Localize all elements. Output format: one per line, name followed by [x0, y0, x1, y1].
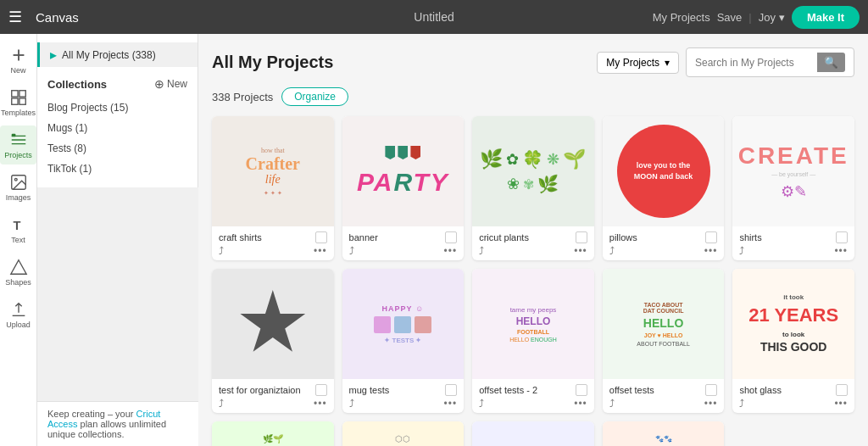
- project-info-pillows: pillows ⤴ •••: [603, 226, 725, 260]
- project-card-banner: PARTY banner ⤴ •••: [342, 116, 465, 260]
- share-icon[interactable]: ⤴: [609, 398, 615, 410]
- collection-blog-projects[interactable]: Blog Projects (15): [37, 98, 198, 118]
- project-info-offset-tests: offset tests ⤴ •••: [603, 379, 725, 413]
- search-button[interactable]: 🔍: [817, 53, 845, 72]
- topbar-right: My Projects Save | Joy ▾ Make It: [653, 6, 860, 29]
- svg-rect-3: [19, 91, 25, 97]
- project-checkbox[interactable]: [836, 384, 848, 396]
- partial-card-3: [472, 421, 594, 446]
- projects-grid-row2: test for organiztaion ⤴ ••• HAPPY ☺: [212, 269, 854, 413]
- my-projects-link[interactable]: My Projects: [653, 11, 710, 24]
- all-my-projects-item[interactable]: ▸ All My Projects (338): [37, 42, 198, 67]
- project-name: mug tests: [349, 385, 446, 395]
- project-checkbox[interactable]: [445, 231, 457, 243]
- thumbnail-mug-tests: HAPPY ☺ ✦ TESTS ✦: [342, 269, 465, 379]
- plus-icon: ⊕: [154, 77, 164, 91]
- project-info-banner: banner ⤴ •••: [342, 226, 465, 260]
- save-button[interactable]: Save: [717, 11, 743, 24]
- make-it-button[interactable]: Make It: [792, 6, 860, 29]
- sidebar-item-text[interactable]: T Text: [0, 210, 36, 249]
- projects-meta: 338 Projects Organize: [212, 87, 854, 106]
- project-checkbox[interactable]: [705, 231, 717, 243]
- thumbnail-shot-glass: it took 21 YEARS to look THIS GOOD: [732, 269, 854, 379]
- collections-header: Collections ⊕ New: [37, 74, 198, 98]
- share-icon[interactable]: ⤴: [479, 245, 484, 257]
- more-icon[interactable]: •••: [444, 398, 458, 410]
- collection-tests[interactable]: Tests (8): [37, 138, 198, 159]
- project-checkbox[interactable]: [576, 231, 587, 243]
- svg-rect-4: [11, 98, 17, 104]
- all-my-projects-label: All My Projects (338): [62, 49, 156, 61]
- organize-button[interactable]: Organize: [281, 87, 348, 106]
- more-icon[interactable]: •••: [314, 398, 327, 410]
- content-controls: My Projects ▾ 🔍: [597, 47, 854, 77]
- page-title: All My Projects: [212, 53, 333, 72]
- share-icon[interactable]: ⤴: [219, 245, 224, 257]
- svg-point-8: [14, 178, 17, 181]
- sidebar-item-projects[interactable]: Projects: [0, 125, 36, 164]
- collections-new-button[interactable]: ⊕ New: [154, 77, 187, 91]
- more-icon[interactable]: •••: [704, 398, 718, 410]
- project-card-shot-glass: it took 21 YEARS to look THIS GOOD shot …: [732, 269, 854, 413]
- more-icon[interactable]: •••: [704, 245, 718, 257]
- more-icon[interactable]: •••: [834, 398, 848, 410]
- menu-icon[interactable]: ☰: [8, 8, 22, 26]
- share-icon[interactable]: ⤴: [479, 398, 484, 410]
- collection-tiktok[interactable]: TikTok (1): [37, 159, 198, 179]
- project-name: pillows: [609, 232, 706, 243]
- thumbnail-offset-tests-2: tame my peeps HELLO FOOTBALL HELLO ENOUG…: [472, 269, 594, 379]
- footer-note: Keep creating – your Cricut Access plan …: [37, 401, 198, 446]
- search-box: 🔍: [686, 47, 854, 77]
- collection-mugs[interactable]: Mugs (1): [37, 118, 198, 138]
- project-checkbox[interactable]: [445, 384, 457, 396]
- project-card-offset-tests-2: tame my peeps HELLO FOOTBALL HELLO ENOUG…: [472, 269, 594, 413]
- project-name: shirts: [739, 232, 836, 243]
- more-icon[interactable]: •••: [574, 245, 587, 257]
- project-info-craft-shirts: craft shirts ⤴ •••: [212, 226, 334, 260]
- svg-rect-5: [19, 98, 25, 104]
- project-checkbox[interactable]: [836, 231, 848, 243]
- images-label: Images: [6, 193, 31, 202]
- sidebar-item-images[interactable]: Images: [0, 168, 36, 207]
- search-input[interactable]: [695, 57, 814, 69]
- projects-grid-row3: 🌿🌱 ⬡⬡ 🐾🐾: [212, 421, 854, 446]
- share-icon[interactable]: ⤴: [609, 245, 615, 257]
- chevron-down-icon: ▾: [665, 57, 670, 69]
- project-info-shirts: shirts ⤴ •••: [732, 226, 854, 260]
- upload-label: Upload: [6, 321, 31, 329]
- more-icon[interactable]: •••: [314, 245, 327, 257]
- more-icon[interactable]: •••: [444, 245, 458, 257]
- collections-sidebar: ▸ All My Projects (338) Collections ⊕ Ne…: [37, 34, 198, 187]
- dropdown-label: My Projects: [606, 57, 659, 69]
- more-icon[interactable]: •••: [574, 398, 587, 410]
- share-icon[interactable]: ⤴: [219, 398, 224, 410]
- content-area: All My Projects My Projects ▾ 🔍 338 Proj…: [198, 34, 868, 446]
- project-checkbox[interactable]: [315, 231, 327, 243]
- more-icon[interactable]: •••: [834, 245, 848, 257]
- my-projects-dropdown[interactable]: My Projects ▾: [597, 52, 679, 74]
- share-icon[interactable]: ⤴: [739, 245, 744, 257]
- sidebar-item-upload[interactable]: Upload: [0, 295, 36, 334]
- project-name: craft shirts: [219, 232, 315, 243]
- project-checkbox[interactable]: [576, 384, 587, 396]
- sidebar-item-new[interactable]: New: [0, 41, 36, 80]
- share-icon[interactable]: ⤴: [349, 398, 354, 410]
- thumbnail-cricut-plants: 🌿 ✿ 🍀 ❋ 🌱 ❀ ✾ 🌿: [472, 116, 594, 226]
- project-info-mug-tests: mug tests ⤴ •••: [342, 379, 465, 413]
- user-menu[interactable]: Joy ▾: [759, 11, 785, 24]
- footer-text: Keep creating – your: [47, 409, 136, 419]
- project-name: offset tests - 2: [479, 385, 576, 395]
- project-checkbox[interactable]: [705, 384, 717, 396]
- projects-count: 338 Projects: [212, 91, 273, 103]
- thumbnail-banner: PARTY: [342, 116, 465, 226]
- project-card-mug-tests: HAPPY ☺ ✦ TESTS ✦ mug tests ⤴: [342, 269, 465, 413]
- sidebar-item-shapes[interactable]: Shapes: [0, 253, 36, 292]
- content-header: All My Projects My Projects ▾ 🔍: [212, 47, 854, 77]
- share-icon[interactable]: ⤴: [739, 398, 744, 410]
- thumbnail-offset-tests: TACO ABOUTDAT COUNCIL HELLO JOY ♥ HELLO …: [603, 269, 725, 379]
- share-icon[interactable]: ⤴: [349, 245, 354, 257]
- partial-card-1: 🌿🌱: [212, 421, 334, 446]
- sidebar-item-templates[interactable]: Templates: [0, 83, 36, 122]
- project-checkbox[interactable]: [315, 384, 327, 396]
- collections-title: Collections: [47, 78, 107, 91]
